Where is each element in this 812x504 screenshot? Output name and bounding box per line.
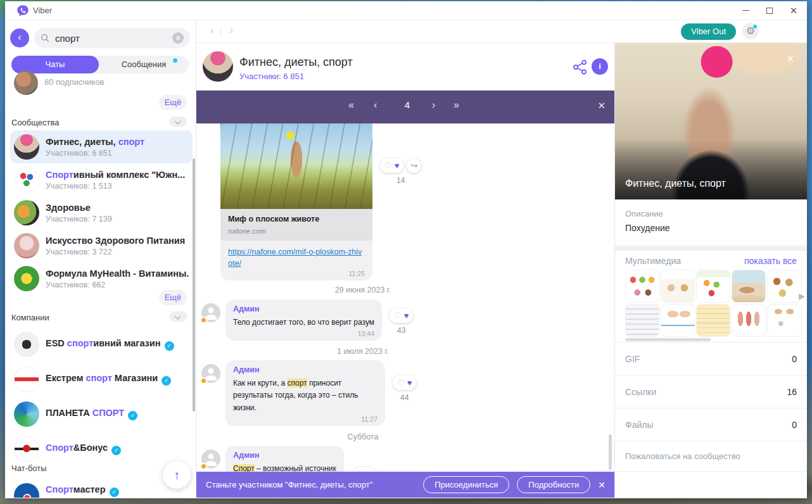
reaction-count: 43: [390, 326, 413, 335]
notification-dot: [752, 24, 758, 29]
last-result-button[interactable]: »: [454, 99, 459, 111]
sender-avatar[interactable]: [201, 364, 220, 383]
chat-item-subtitle: Участников: 1 513: [46, 182, 189, 191]
chat-list-item[interactable]: Екстрем спорт Магазини✓: [10, 364, 193, 394]
report-community-button[interactable]: Пожаловаться на сообщество: [615, 441, 807, 471]
chat-list-item[interactable]: ESD спортивний магазин✓: [10, 329, 193, 360]
plank-photo-thumb[interactable]: [732, 270, 766, 303]
viber-out-button[interactable]: Viber Out: [681, 23, 736, 40]
message-bubble[interactable]: Админ Как ни крути, а спорт приносит рез…: [225, 360, 385, 426]
sender-avatar[interactable]: [201, 303, 220, 322]
clear-search-icon[interactable]: ✕: [172, 32, 184, 44]
info-rows: GIF0Ссылки16Файлы0: [615, 342, 807, 441]
history-back-button[interactable]: ‹: [205, 24, 219, 37]
info-row[interactable]: Файлы0: [615, 408, 807, 441]
chat-avatar[interactable]: [203, 51, 233, 82]
title-segment: ESD: [46, 338, 67, 348]
yellow-note-thumb[interactable]: [696, 304, 730, 337]
panel-footer: [615, 471, 807, 498]
chat-scrollbar[interactable]: [609, 434, 612, 470]
chat-list-item[interactable]: Спорт&Бонус✓: [10, 434, 193, 464]
media-scrollbar[interactable]: [625, 338, 711, 341]
highlighted-match: Спорт: [46, 170, 73, 180]
close-search-icon[interactable]: ✕: [597, 100, 606, 111]
text-note-thumb[interactable]: [625, 304, 659, 337]
reaction-pill[interactable]: ♡♥: [390, 308, 413, 323]
collapse-companies-button[interactable]: [169, 312, 187, 322]
chat-item-subtitle: Участников: 3 722: [46, 248, 189, 256]
reaction-pill[interactable]: ♡♥: [380, 158, 403, 173]
forward-icon[interactable]: ↪: [407, 158, 421, 173]
section-header-communities: Сообщества: [11, 118, 60, 127]
subscribers-count: 80 подписчиков: [44, 77, 104, 87]
message-link[interactable]: https://nafone.com/mif-o-ploskom-zhivote…: [228, 248, 362, 268]
link-row: https://nafone.com/mif-o-ploskom-zhivote…: [220, 241, 372, 280]
description-section: Описание Похудение: [615, 199, 807, 246]
sidebar-scrollbar[interactable]: [193, 158, 195, 412]
admin-badge-icon: [200, 377, 207, 384]
info-button[interactable]: i: [592, 58, 608, 75]
info-row[interactable]: Ссылки16: [615, 375, 807, 408]
food-collage-thumb[interactable]: [625, 270, 659, 303]
chat-list-item[interactable]: ПЛАНЕТА СПОРТ✓: [10, 399, 193, 429]
share-icon[interactable]: [572, 59, 588, 75]
chat-item-title: Здоровье: [46, 203, 189, 213]
message-bubble[interactable]: Админ Спорт – возможный источник: [225, 446, 344, 472]
prev-result-button[interactable]: ‹: [374, 99, 377, 111]
search-back-button[interactable]: ‹: [10, 28, 29, 47]
info-row-label: Ссылки: [625, 387, 787, 397]
sportbonus-avatar: [14, 436, 39, 462]
maximize-button[interactable]: [759, 1, 780, 20]
details-button[interactable]: Подробности: [517, 476, 590, 493]
chat-list-item[interactable]: ЗдоровьеУчастников: 7 139: [10, 196, 193, 229]
chat-list-item[interactable]: Фитнес, диеты, спортУчастников: 6 851: [10, 130, 193, 163]
sender-avatar[interactable]: [201, 450, 220, 469]
message-text: Спорт – возможный источник: [233, 463, 336, 472]
message-search-bar: « ‹ 4 › » ✕: [196, 91, 614, 123]
title-segment: Екстрем: [46, 373, 86, 383]
show-all-link[interactable]: показать все: [744, 256, 797, 266]
reaction-pill[interactable]: ♡♥: [353, 467, 376, 472]
history-forward-button[interactable]: ›: [224, 24, 238, 37]
highlighted-match: спорт: [118, 137, 144, 147]
chat-list-item-partial[interactable]: 80 подписчиков: [14, 71, 191, 96]
title-segment: мастер: [73, 484, 106, 495]
reactions: ♡♥↪ 14: [380, 158, 421, 185]
food-chart-thumb[interactable]: [696, 270, 730, 303]
next-result-button[interactable]: ›: [432, 99, 435, 111]
scroll-to-top-button[interactable]: ↑: [163, 461, 191, 489]
close-window-button[interactable]: ✕: [783, 1, 804, 20]
chat-list-item[interactable]: Искусство Здорового ПитанияУчастников: 3…: [10, 229, 193, 262]
message-bubble[interactable]: Админ Тело достигает того, во что верит …: [225, 299, 382, 341]
chat-item-subtitle: Участников: 7 139: [46, 215, 189, 224]
collapse-communities-button[interactable]: [169, 117, 187, 127]
viber-window: Viber ✕ ‹ › Viber Out ⚙ ‹ спорт ✕ Чаты С…: [5, 1, 807, 498]
info-row[interactable]: GIF0: [615, 342, 807, 375]
close-panel-icon[interactable]: ✕: [786, 53, 794, 65]
titlebar: Viber ✕: [5, 1, 807, 20]
zdorovie-avatar: [14, 200, 39, 225]
minimize-button[interactable]: [735, 1, 756, 20]
chat-item-title: Екстрем спорт Магазини✓: [46, 373, 189, 386]
fish-slices-thumb[interactable]: [732, 304, 766, 337]
reaction-pill[interactable]: ♡♥: [393, 375, 416, 390]
media-scroll-right-icon[interactable]: ▶: [799, 291, 805, 301]
more-button[interactable]: Ещё: [159, 95, 187, 110]
link-preview-card[interactable]: Миф о плоском животе nafone.com https://…: [220, 123, 372, 280]
food-guide-thumb[interactable]: [767, 270, 801, 303]
settings-button[interactable]: ⚙: [742, 23, 759, 39]
chat-list-item[interactable]: Спортивный комплекс "Южн...Участников: 1…: [10, 163, 193, 196]
first-result-button[interactable]: «: [348, 99, 354, 111]
body-diagram-thumb[interactable]: [661, 304, 695, 337]
title-segment: ивний магазин: [93, 338, 160, 348]
title-segment: Магазини: [112, 373, 158, 383]
text-segment: Как ни крути, а: [233, 379, 288, 387]
join-button[interactable]: Присоединиться: [423, 476, 509, 493]
chat-members-link[interactable]: Участники: 6 851: [239, 72, 304, 81]
title-segment: Фитнес, диеты,: [46, 137, 118, 147]
exercise-chart-thumb[interactable]: [767, 304, 801, 337]
close-banner-icon[interactable]: ✕: [598, 480, 606, 490]
more-button[interactable]: Ещё: [159, 290, 187, 305]
search-input[interactable]: спорт ✕: [34, 28, 190, 48]
zamenyat-infographic-thumb[interactable]: [661, 270, 695, 303]
